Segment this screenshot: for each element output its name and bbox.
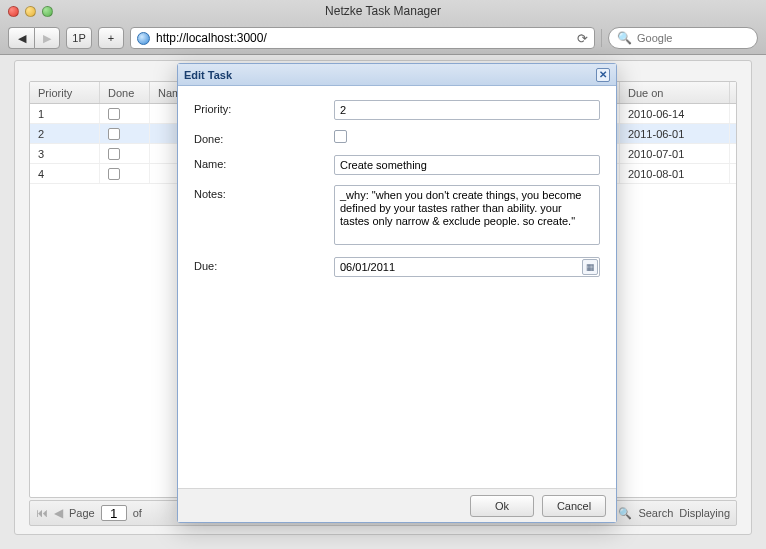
reload-icon[interactable]: ⟳ (577, 31, 588, 46)
cell-priority: 2 (30, 124, 100, 143)
row-checkbox[interactable] (108, 168, 120, 180)
col-priority[interactable]: Priority (30, 82, 100, 103)
cell-due: 2010-08-01 (620, 164, 730, 183)
col-done[interactable]: Done (100, 82, 150, 103)
globe-icon (137, 32, 150, 45)
page-input[interactable] (101, 505, 127, 521)
search-footer-label[interactable]: Search (638, 507, 673, 519)
onepassword-label: 1P (72, 32, 85, 44)
due-label: Due: (194, 257, 334, 272)
row-checkbox[interactable] (108, 108, 120, 120)
cell-due: 2011-06-01 (620, 124, 730, 143)
name-input[interactable] (334, 155, 600, 175)
browser-chrome: Netzke Task Manager ◀ ▶ 1P + ⟳ 🔍 (0, 0, 766, 55)
first-page-icon[interactable]: ⏮ (36, 506, 48, 520)
cell-priority: 4 (30, 164, 100, 183)
page-label: Page (69, 507, 95, 519)
done-checkbox[interactable] (334, 130, 347, 143)
toolbar-divider (601, 29, 602, 47)
of-label: of (133, 507, 142, 519)
prev-page-icon[interactable]: ◀ (54, 506, 63, 520)
row-checkbox[interactable] (108, 148, 120, 160)
browser-toolbar: ◀ ▶ 1P + ⟳ 🔍 (0, 22, 766, 54)
displaying-label: Displaying (679, 507, 730, 519)
search-icon: 🔍 (617, 31, 632, 45)
ok-label: Ok (495, 500, 509, 512)
cell-done (100, 104, 150, 123)
dialog-footer: Ok Cancel (178, 488, 616, 522)
due-input[interactable] (334, 257, 600, 277)
forward-button[interactable]: ▶ (34, 27, 60, 49)
add-button[interactable]: + (98, 27, 124, 49)
cell-due: 2010-06-14 (620, 104, 730, 123)
col-due[interactable]: Due on (620, 82, 730, 103)
row-checkbox[interactable] (108, 128, 120, 140)
cell-priority: 3 (30, 144, 100, 163)
dialog-titlebar[interactable]: Edit Task ✕ (178, 64, 616, 86)
url-input[interactable] (156, 31, 571, 45)
address-bar[interactable]: ⟳ (130, 27, 595, 49)
ok-button[interactable]: Ok (470, 495, 534, 517)
calendar-icon[interactable]: ▦ (582, 259, 598, 275)
search-input[interactable] (637, 32, 766, 44)
notes-textarea[interactable] (334, 185, 600, 245)
done-label: Done: (194, 130, 334, 145)
cell-due: 2010-07-01 (620, 144, 730, 163)
plus-icon: + (108, 32, 114, 44)
dialog-title-text: Edit Task (184, 69, 232, 81)
priority-label: Priority: (194, 100, 334, 115)
edit-task-dialog: Edit Task ✕ Priority: Done: Name: (177, 63, 617, 523)
search-footer-icon: 🔍 (618, 507, 632, 520)
cell-priority: 1 (30, 104, 100, 123)
back-button[interactable]: ◀ (8, 27, 34, 49)
cell-done (100, 164, 150, 183)
forward-icon: ▶ (43, 32, 51, 45)
name-label: Name: (194, 155, 334, 170)
dialog-body: Priority: Done: Name: Notes: (178, 86, 616, 488)
window-title: Netzke Task Manager (0, 4, 766, 18)
cell-done (100, 144, 150, 163)
onepassword-button[interactable]: 1P (66, 27, 92, 49)
back-forward-group: ◀ ▶ (8, 27, 60, 49)
page-panel: Priority Done Name Notes Due on 12010-06… (14, 60, 752, 535)
search-box[interactable]: 🔍 (608, 27, 758, 49)
cell-done (100, 124, 150, 143)
cancel-button[interactable]: Cancel (542, 495, 606, 517)
priority-input[interactable] (334, 100, 600, 120)
titlebar: Netzke Task Manager (0, 0, 766, 22)
notes-label: Notes: (194, 185, 334, 200)
close-icon[interactable]: ✕ (596, 68, 610, 82)
cancel-label: Cancel (557, 500, 591, 512)
back-icon: ◀ (18, 32, 26, 45)
